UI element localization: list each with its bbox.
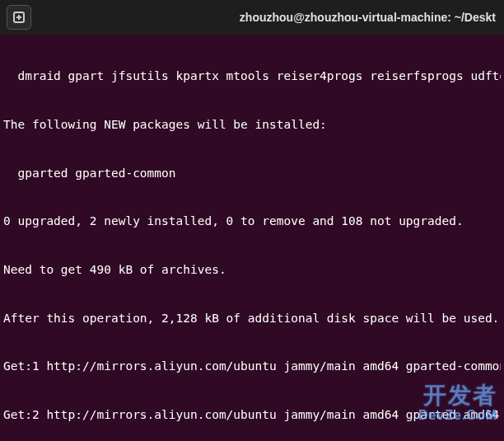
terminal-line: After this operation, 2,128 kB of additi… [3,311,501,327]
terminal-line: Get:1 http://mirrors.aliyun.com/ubuntu j… [3,359,501,375]
window-title: zhouzhou@zhouzhou-virtual-machine: ~/Des… [38,10,497,26]
new-tab-icon [12,11,26,24]
terminal-line: dmraid gpart jfsutils kpartx mtools reis… [3,68,501,85]
terminal-output[interactable]: dmraid gpart jfsutils kpartx mtools reis… [0,35,504,441]
terminal-line: The following NEW packages will be insta… [3,117,501,134]
terminal-line: Get:2 http://mirrors.aliyun.com/ubuntu j… [3,407,501,424]
window-titlebar: zhouzhou@zhouzhou-virtual-machine: ~/Des… [0,0,504,35]
terminal-line: gparted gparted-common [3,166,501,182]
terminal-line: Need to get 490 kB of archives. [3,262,501,279]
terminal-line: 0 upgraded, 2 newly installed, 0 to remo… [3,213,501,230]
new-tab-button[interactable] [7,5,31,30]
